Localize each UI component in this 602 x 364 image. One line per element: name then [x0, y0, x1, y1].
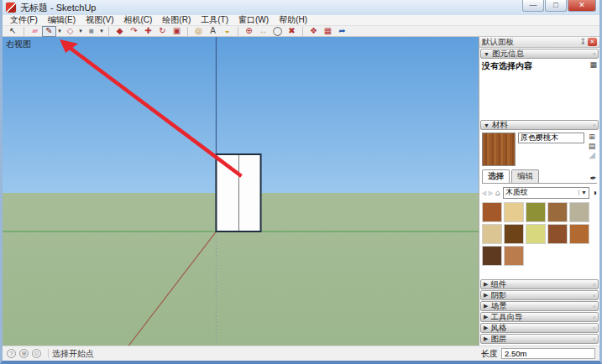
measurement-input[interactable]: [501, 348, 595, 359]
viewport[interactable]: 右视图: [3, 37, 479, 346]
forward-icon[interactable]: ▹: [489, 188, 493, 197]
geolocate-icon[interactable]: ?: [7, 349, 16, 358]
materials-tabs: 选择 编辑 ✒: [482, 171, 597, 184]
push-pull-tool-icon[interactable]: ◆: [113, 26, 127, 37]
section-components[interactable]: ▶组件▫: [480, 279, 599, 289]
close-button[interactable]: ✕: [568, 0, 596, 12]
signin-icon[interactable]: ☺: [32, 349, 41, 358]
extension-warehouse-tool-icon[interactable]: ➦: [335, 26, 349, 37]
material-swatch[interactable]: [482, 246, 502, 266]
rectangle-tool-icon-dropdown[interactable]: ▾: [98, 28, 105, 34]
material-swatch[interactable]: [504, 246, 524, 266]
menu-camera[interactable]: 相机(C): [119, 14, 156, 26]
home-icon[interactable]: ⌂: [495, 188, 500, 197]
line-tool-icon-dropdown[interactable]: ▾: [56, 28, 63, 34]
annotation-arrow: [60, 39, 241, 176]
in-model-icon[interactable]: ▤: [589, 142, 596, 150]
tab-select[interactable]: 选择: [482, 169, 510, 183]
orbit-tool-icon[interactable]: ⊕: [242, 26, 256, 37]
menu-edit[interactable]: 编辑(E): [44, 14, 80, 26]
section-styles[interactable]: ▶风格▫: [480, 323, 599, 333]
status-hint: 选择开始点: [52, 348, 94, 360]
toolbar-separator: [238, 27, 238, 36]
menu-view[interactable]: 视图(V): [81, 14, 118, 26]
rotate-tool-icon[interactable]: ↻: [155, 26, 170, 37]
tab-edit[interactable]: 编辑: [511, 169, 539, 183]
chevron-right-icon: ▶: [484, 314, 488, 320]
section-popout-icon[interactable]: ▫: [593, 335, 595, 343]
menu-draw[interactable]: 绘图(R): [158, 14, 195, 26]
material-swatch[interactable]: [482, 202, 502, 222]
text-tool-icon[interactable]: A: [206, 26, 220, 37]
toolbar: ↖▰✎▾◇▾■▾◆↷✚↻▣◎A◒⊕↔◯✖❖▦➦: [3, 26, 599, 37]
material-swatch[interactable]: [569, 202, 589, 222]
status-bar: ?⊕☺ 选择开始点 长度: [3, 346, 599, 361]
create-material-icon[interactable]: ⊞: [589, 133, 595, 141]
line-tool-icon[interactable]: ✎: [42, 26, 56, 37]
material-category-dropdown[interactable]: 木质纹 ▼: [503, 187, 589, 199]
section-shadows[interactable]: ▶阴影▫: [480, 290, 599, 300]
section-instructor[interactable]: ▶工具向导▫: [480, 312, 599, 322]
menu-tools[interactable]: 工具(T): [196, 14, 233, 26]
sample-paint-icon[interactable]: ◑: [592, 188, 597, 197]
menu-window[interactable]: 窗口(W): [234, 14, 273, 26]
chevron-right-icon: ▶: [484, 335, 488, 342]
zoom-tool-icon[interactable]: ◯: [270, 26, 285, 37]
section-popout-icon[interactable]: ▫: [593, 281, 595, 289]
toolbar-separator: [187, 27, 188, 36]
chevron-right-icon: ▶: [484, 303, 488, 309]
section-popout-icon[interactable]: ▫: [593, 292, 595, 299]
credits-icon[interactable]: ⊕: [19, 349, 29, 358]
material-swatch[interactable]: [569, 224, 589, 244]
menu-help[interactable]: 帮助(H): [275, 14, 311, 26]
tape-measure-tool-icon[interactable]: ◎: [191, 26, 206, 37]
material-swatch[interactable]: [547, 202, 568, 222]
offset-tool-icon[interactable]: ▣: [170, 26, 184, 37]
secondary-pane-icon[interactable]: ◢: [589, 151, 595, 159]
select-tool-icon[interactable]: ↖: [6, 26, 20, 37]
material-swatch[interactable]: [504, 224, 524, 244]
minimize-button[interactable]: —: [522, 0, 544, 12]
material-swatch[interactable]: [504, 202, 524, 222]
material-swatch[interactable]: [526, 224, 546, 244]
section-popout-icon[interactable]: ▫: [593, 122, 595, 129]
material-swatch[interactable]: [526, 202, 546, 222]
make-component-tool-icon[interactable]: ❖: [306, 26, 321, 37]
pan-tool-icon[interactable]: ↔: [256, 26, 270, 37]
shapes-tool-icon[interactable]: ◇: [63, 26, 77, 37]
entity-info-body: 没有选择内容 ▦: [479, 59, 599, 119]
back-icon[interactable]: ◃: [482, 188, 486, 197]
toolbar-separator: [108, 27, 109, 36]
shapes-tool-icon-dropdown[interactable]: ▾: [77, 28, 84, 34]
zoom-extents-tool-icon[interactable]: ✖: [285, 26, 299, 37]
section-materials[interactable]: ▼ 材料 ▫: [480, 120, 599, 130]
3d-warehouse-tool-icon[interactable]: ▦: [321, 26, 335, 37]
rectangle-tool-icon[interactable]: ■: [84, 26, 98, 37]
section-layers[interactable]: ▶图层▫: [480, 334, 599, 344]
material-swatch[interactable]: [547, 224, 568, 244]
eraser-tool-icon[interactable]: ▰: [28, 26, 42, 37]
viewport-overlay: [3, 37, 479, 346]
material-swatch[interactable]: [482, 224, 502, 244]
entity-empty-text: 没有选择内容: [482, 60, 532, 72]
materials-body: ⊞ ▤ ◢ 选择 编辑 ✒ ◃ ▹ ⌂ 木质纹 ▼: [479, 130, 599, 268]
section-popout-icon[interactable]: ▫: [593, 303, 595, 310]
maximize-button[interactable]: □: [545, 0, 567, 12]
material-preview[interactable]: [482, 133, 516, 166]
menu-file[interactable]: 文件(F): [6, 14, 42, 26]
section-scenes[interactable]: ▶场景▫: [480, 301, 599, 311]
paint-bucket-tool-icon[interactable]: ◒: [220, 26, 234, 37]
section-popout-icon[interactable]: ▫: [593, 325, 595, 332]
tray-close-icon[interactable]: ✕: [588, 38, 597, 46]
pin-icon[interactable]: ↧: [579, 38, 586, 46]
section-popout-icon[interactable]: ▫: [593, 314, 595, 321]
eyedropper-icon[interactable]: ✒: [590, 174, 597, 183]
material-name-input[interactable]: [518, 133, 584, 143]
move-tool-icon[interactable]: ✚: [141, 26, 155, 37]
section-label: 场景: [490, 301, 506, 312]
follow-me-tool-icon[interactable]: ↷: [127, 26, 141, 37]
entity-options-icon[interactable]: ▦: [589, 60, 597, 69]
window-title: 无标题 - SketchUp: [20, 2, 96, 14]
section-entity-info[interactable]: ▼ 图元信息 ▫: [480, 49, 599, 59]
section-popout-icon[interactable]: ▫: [593, 50, 595, 58]
